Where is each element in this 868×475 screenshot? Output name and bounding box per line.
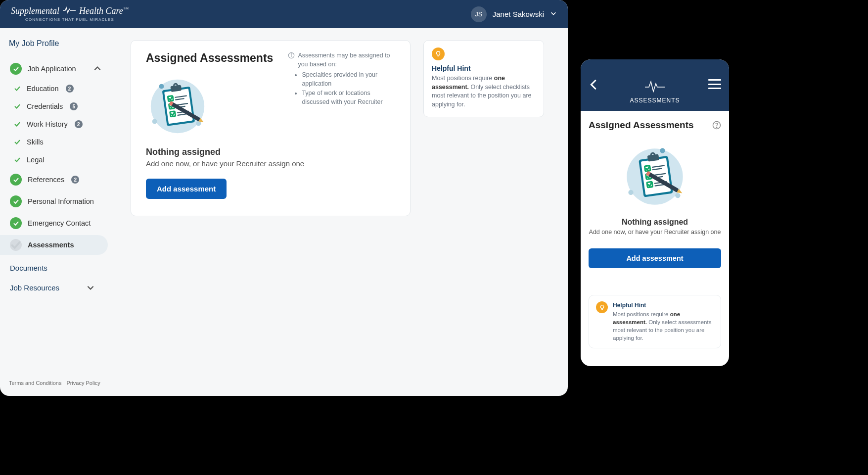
- empty-state-subtitle: Add one now, or have your Recruiter assi…: [146, 159, 395, 168]
- mobile-empty-subtitle: Add one now, or have your Recruiter assi…: [589, 229, 721, 236]
- main-content: Assigned Assessments: [108, 28, 568, 396]
- heartbeat-icon: [644, 80, 666, 95]
- user-name: Janet Sakowski: [493, 10, 544, 18]
- check-circle-icon: [10, 239, 22, 251]
- mobile-heading: Assigned Assessments: [589, 120, 694, 131]
- sidebar-item-label: Emergency Contact: [28, 219, 91, 227]
- sidebar-item-credentials[interactable]: Credentials5: [9, 98, 108, 114]
- chevron-down-icon: [86, 283, 95, 292]
- svg-point-22: [291, 54, 292, 54]
- svg-point-1: [159, 84, 164, 89]
- hint-title: Helpful Hint: [432, 64, 535, 72]
- app-header: Supplemental Health Care SM CONNECTIONS …: [0, 0, 568, 28]
- svg-point-2: [152, 119, 157, 124]
- sidebar-item-label: Legal: [27, 156, 44, 164]
- sidebar-section-documents[interactable]: Documents: [9, 257, 108, 276]
- desktop-app: Supplemental Health Care SM CONNECTIONS …: [0, 0, 568, 396]
- count-badge: 2: [71, 176, 79, 184]
- lightbulb-icon: [432, 48, 445, 60]
- sidebar-item-assessments[interactable]: Assessments: [0, 235, 108, 255]
- check-circle-icon: [10, 195, 22, 207]
- brand-logo: Supplemental Health Care SM CONNECTIONS …: [11, 6, 129, 22]
- count-badge: 2: [75, 120, 83, 128]
- svg-point-3: [196, 121, 201, 126]
- sidebar-item-personal-information[interactable]: Personal Information: [9, 191, 108, 211]
- count-badge: 2: [66, 85, 74, 93]
- mobile-content: Assigned Assessments: [581, 111, 729, 356]
- sidebar: My Job Profile Job ApplicationEducation2…: [0, 28, 108, 396]
- sidebar-item-education[interactable]: Education2: [9, 81, 108, 96]
- sidebar-section-label: Job Resources: [10, 284, 59, 292]
- chevron-down-icon: [550, 10, 557, 19]
- check-circle-icon: [10, 217, 22, 229]
- heartbeat-icon: [62, 6, 76, 16]
- svg-point-28: [628, 190, 633, 195]
- sidebar-item-references[interactable]: References2: [9, 170, 108, 190]
- page-title: Assigned Assessments: [146, 51, 273, 65]
- hint-text: Most positions require one assessment. O…: [432, 74, 535, 109]
- sidebar-item-label: Skills: [27, 138, 44, 146]
- mobile-hint-text: Helpful Hint Most positions require one …: [613, 301, 714, 342]
- sidebar-title: My Job Profile: [9, 39, 108, 48]
- terms-link[interactable]: Terms and Conditions: [9, 380, 61, 386]
- clipboard-illustration: [146, 75, 209, 138]
- info-note: Assessments may be assigned to you based…: [288, 51, 395, 107]
- mobile-add-assessment-button[interactable]: Add assessment: [589, 248, 721, 268]
- sidebar-item-work-history[interactable]: Work History2: [9, 116, 108, 132]
- info-bullet: Type of work or locations discussed with…: [302, 89, 395, 106]
- clipboard-illustration: [589, 143, 721, 212]
- avatar: JS: [471, 6, 487, 22]
- sidebar-item-emergency-contact[interactable]: Emergency Contact: [9, 213, 108, 233]
- assessments-card: Assigned Assessments: [131, 40, 411, 216]
- count-badge: 5: [70, 102, 78, 110]
- sidebar-section-label: Documents: [10, 264, 47, 272]
- info-icon: [288, 52, 295, 59]
- mobile-header: ASSESSMENTS: [581, 59, 729, 111]
- check-circle-icon: [10, 63, 22, 75]
- mobile-hint-card: Helpful Hint Most positions require one …: [589, 295, 721, 348]
- help-icon[interactable]: [712, 121, 721, 130]
- brand-text-a: Supplemental: [11, 6, 59, 16]
- mobile-app: ASSESSMENTS Assigned Assessments: [581, 59, 729, 366]
- check-icon: [14, 103, 21, 110]
- chevron-up-icon: [93, 64, 102, 73]
- sidebar-nav: Job ApplicationEducation2Credentials5Wor…: [9, 59, 108, 257]
- info-bullet: Specialties provided in your application: [302, 71, 395, 88]
- sidebar-item-job-application[interactable]: Job Application: [9, 59, 108, 79]
- check-icon: [14, 85, 21, 92]
- back-button[interactable]: [589, 79, 599, 90]
- svg-point-29: [675, 193, 680, 198]
- helpful-hint-card: Helpful Hint Most positions require one …: [423, 40, 544, 117]
- mobile-empty-title: Nothing assigned: [589, 218, 721, 227]
- footer-links: Terms and Conditions Privacy Policy: [9, 375, 108, 390]
- mobile-page-title: ASSESSMENTS: [630, 97, 680, 104]
- sidebar-item-label: Job Application: [28, 65, 76, 73]
- sidebar-item-label: References: [28, 176, 64, 184]
- empty-state-title: Nothing assigned: [146, 147, 395, 157]
- sidebar-item-label: Education: [27, 85, 59, 93]
- sidebar-item-label: Assessments: [28, 241, 74, 249]
- brand-text-b: Health Care: [79, 6, 123, 16]
- sidebar-item-label: Personal Information: [28, 197, 94, 205]
- info-lead-text: Assessments may be assigned to you based…: [298, 51, 395, 69]
- privacy-link[interactable]: Privacy Policy: [66, 380, 100, 386]
- user-menu[interactable]: JS Janet Sakowski: [471, 6, 557, 22]
- lightbulb-icon: [596, 301, 608, 313]
- svg-point-27: [660, 148, 665, 153]
- sidebar-item-legal[interactable]: Legal: [9, 152, 108, 168]
- add-assessment-button[interactable]: Add assessment: [146, 179, 227, 199]
- check-circle-icon: [10, 174, 22, 186]
- sidebar-item-label: Credentials: [27, 102, 63, 110]
- hamburger-menu-button[interactable]: [708, 79, 721, 89]
- sidebar-section-job-resources[interactable]: Job Resources: [9, 276, 108, 296]
- check-icon: [14, 139, 21, 145]
- brand-tagline: CONNECTIONS THAT FUEL MIRACLES: [11, 18, 129, 22]
- check-icon: [14, 121, 21, 128]
- check-icon: [14, 156, 21, 163]
- sidebar-item-label: Work History: [27, 120, 68, 128]
- svg-point-25: [716, 127, 717, 128]
- sidebar-item-skills[interactable]: Skills: [9, 134, 108, 150]
